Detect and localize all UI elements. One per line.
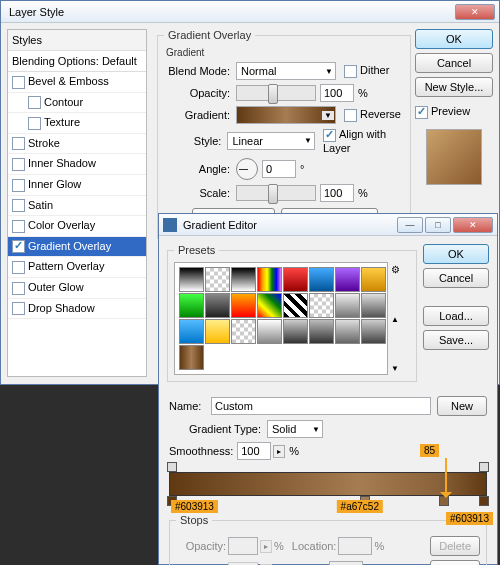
preset-grid[interactable]	[174, 262, 388, 375]
chevron-down-icon	[440, 492, 452, 504]
preset-swatch[interactable]	[231, 319, 256, 344]
style-item[interactable]: Inner Shadow	[8, 154, 146, 175]
style-item[interactable]: Pattern Overlay	[8, 257, 146, 278]
style-checkbox[interactable]	[12, 220, 25, 233]
scale-input[interactable]	[320, 184, 354, 202]
preset-swatch[interactable]	[361, 319, 386, 344]
angle-input[interactable]	[262, 160, 296, 178]
angle-dial[interactable]	[236, 158, 258, 180]
stop-location-input	[338, 537, 372, 555]
preset-swatch[interactable]	[283, 267, 308, 292]
preset-swatch[interactable]	[335, 293, 360, 318]
preset-swatch[interactable]	[231, 293, 256, 318]
preset-swatch[interactable]	[309, 319, 334, 344]
preset-swatch[interactable]	[335, 267, 360, 292]
style-select[interactable]: Linear▼	[227, 132, 315, 150]
preset-swatch[interactable]	[179, 319, 204, 344]
style-item[interactable]: Drop Shadow	[8, 299, 146, 320]
style-item[interactable]: Gradient Overlay	[8, 237, 146, 258]
dither-checkbox[interactable]	[344, 65, 357, 78]
align-checkbox[interactable]	[323, 129, 336, 142]
style-item[interactable]: Outer Glow	[8, 278, 146, 299]
blend-mode-select[interactable]: Normal▼	[236, 62, 336, 80]
blending-options[interactable]: Blending Options: Default	[8, 51, 146, 72]
preset-swatch[interactable]	[257, 319, 282, 344]
style-checkbox[interactable]	[12, 179, 25, 192]
minimize-icon[interactable]: —	[397, 217, 423, 233]
styles-list: Styles Blending Options: Default Bevel &…	[7, 29, 147, 377]
preset-swatch[interactable]	[205, 293, 230, 318]
preset-swatch[interactable]	[231, 267, 256, 292]
ok-button[interactable]: OK	[423, 244, 489, 264]
preset-swatch[interactable]	[205, 319, 230, 344]
ok-button[interactable]: OK	[415, 29, 493, 49]
style-checkbox[interactable]	[12, 282, 25, 295]
gear-icon[interactable]: ⚙	[391, 264, 402, 275]
opacity-input[interactable]	[320, 84, 354, 102]
style-item[interactable]: Color Overlay	[8, 216, 146, 237]
preset-swatch[interactable]	[283, 293, 308, 318]
app-icon	[163, 218, 177, 232]
preset-swatch[interactable]	[205, 267, 230, 292]
close-icon[interactable]: ✕	[455, 4, 495, 20]
cancel-button[interactable]: Cancel	[415, 53, 493, 73]
chevron-right-icon[interactable]: ▸	[273, 445, 285, 458]
maximize-icon[interactable]: □	[425, 217, 451, 233]
style-checkbox[interactable]	[12, 137, 25, 150]
cancel-button[interactable]: Cancel	[423, 268, 489, 288]
style-checkbox[interactable]	[28, 117, 41, 130]
preset-swatch[interactable]	[283, 319, 308, 344]
opacity-stop[interactable]	[479, 462, 489, 472]
style-item[interactable]: Bevel & Emboss	[8, 72, 146, 93]
style-checkbox[interactable]	[12, 302, 25, 315]
preset-swatch[interactable]	[309, 267, 334, 292]
opacity-stop[interactable]	[167, 462, 177, 472]
preset-swatch[interactable]	[257, 293, 282, 318]
window-title: Gradient Editor	[183, 219, 395, 231]
style-checkbox[interactable]	[12, 76, 25, 89]
preset-swatch[interactable]	[309, 293, 334, 318]
style-item[interactable]: Texture	[8, 113, 146, 134]
style-checkbox[interactable]	[12, 158, 25, 171]
tag-pos: 85	[420, 444, 439, 457]
preset-swatch[interactable]	[361, 267, 386, 292]
close-icon[interactable]: ✕	[453, 217, 493, 233]
preset-swatch[interactable]	[179, 267, 204, 292]
tag-c1: #603913	[171, 500, 218, 513]
color-stop[interactable]	[479, 496, 489, 506]
delete-button: Delete	[430, 560, 480, 565]
delete-button: Delete	[430, 536, 480, 556]
presets-label: Presets	[174, 244, 219, 256]
preset-swatch[interactable]	[179, 345, 204, 370]
tag-c2: #a67c52	[337, 500, 383, 513]
preset-swatch[interactable]	[179, 293, 204, 318]
style-checkbox[interactable]	[12, 199, 25, 212]
reverse-checkbox[interactable]	[344, 109, 357, 122]
gradient-editor-window: Gradient Editor — □ ✕ Presets ⚙ ▲ ▼	[158, 213, 498, 565]
type-select[interactable]: Solid▼	[267, 420, 323, 438]
preset-swatch[interactable]	[361, 293, 386, 318]
name-input[interactable]	[211, 397, 431, 415]
style-item[interactable]: Inner Glow	[8, 175, 146, 196]
stop-opacity-input	[228, 537, 258, 555]
new-style-button[interactable]: New Style...	[415, 77, 493, 97]
style-checkbox[interactable]	[12, 240, 25, 253]
chevron-up-icon[interactable]: ▲	[391, 315, 402, 324]
style-item[interactable]: Contour	[8, 93, 146, 114]
titlebar: Layer Style ✕	[1, 1, 499, 23]
load-button[interactable]: Load...	[423, 306, 489, 326]
new-button[interactable]: New	[437, 396, 487, 416]
style-item[interactable]: Stroke	[8, 134, 146, 155]
save-button[interactable]: Save...	[423, 330, 489, 350]
style-checkbox[interactable]	[12, 261, 25, 274]
smoothness-input[interactable]	[237, 442, 271, 460]
chevron-down-icon[interactable]: ▼	[391, 364, 402, 373]
preview-checkbox[interactable]	[415, 106, 428, 119]
style-item[interactable]: Satin	[8, 196, 146, 217]
gradient-select[interactable]: ▼	[236, 106, 336, 124]
opacity-slider[interactable]	[236, 85, 316, 101]
preset-swatch[interactable]	[335, 319, 360, 344]
scale-slider[interactable]	[236, 185, 316, 201]
preset-swatch[interactable]	[257, 267, 282, 292]
style-checkbox[interactable]	[28, 96, 41, 109]
